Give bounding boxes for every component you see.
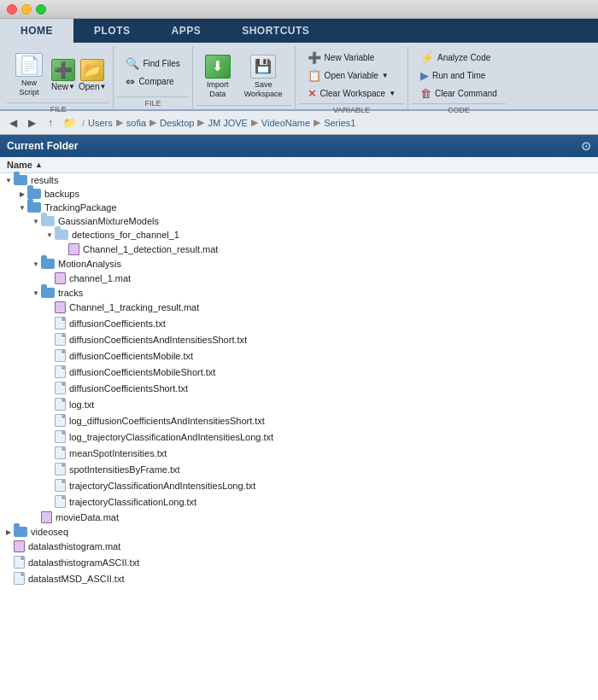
tree-item-log1[interactable]: log.txt	[0, 396, 598, 412]
tree-item-traj1[interactable]: trajectoryClassificationAndIntensitiesLo…	[0, 477, 598, 493]
tree-item-spot1[interactable]: spotIntensitiesByFrame.txt	[0, 461, 598, 477]
folder-light-icon-gaussianmixture	[41, 216, 55, 226]
new-label[interactable]: New ▼	[51, 82, 75, 91]
clear-workspace-icon: ✕	[308, 87, 317, 100]
path-desktop[interactable]: Desktop	[160, 118, 194, 128]
tree-item-channel1track[interactable]: Channel_1_tracking_result.mat	[0, 300, 598, 315]
mat-icon-channel1detect	[68, 243, 79, 255]
folder-light-icon-detections	[55, 230, 68, 240]
tree-toggle-detections[interactable]: ▼	[44, 231, 55, 239]
tree-label-detections: detections_for_channel_1	[72, 230, 179, 240]
find-files-button[interactable]: 🔍 Find Files	[120, 55, 185, 72]
tab-apps[interactable]: APPS	[151, 19, 222, 43]
file-group-label: FILE	[7, 102, 109, 115]
tab-shortcuts[interactable]: SHORTCUTS	[221, 19, 330, 43]
file-icon-diff4	[55, 365, 66, 378]
tree-item-datalasthistascii[interactable]: datalasthistogramASCII.txt	[0, 554, 598, 570]
ribbon-group-file: 📄 NewScript ➕ New ▼ 📂 Open ▼ FILE	[3, 46, 114, 109]
clear-command-button[interactable]: 🗑 Clear Command	[415, 85, 502, 102]
tree-item-traj2[interactable]: trajectoryClassificationLong.txt	[0, 493, 598, 510]
tree-item-trackingpackage[interactable]: ▼ TrackingPackage	[0, 201, 598, 214]
path-jmjove[interactable]: JM JOVE	[208, 118, 247, 128]
file-icon-diff1	[55, 317, 66, 330]
tab-home[interactable]: HOME	[0, 19, 73, 43]
tree-item-diff3[interactable]: diffusionCoefficientsMobile.txt	[0, 347, 598, 364]
nav-up-button[interactable]: ↑	[43, 115, 58, 131]
path-videoname[interactable]: VideoName	[261, 118, 310, 128]
new-script-button[interactable]: 📄 NewScript	[10, 50, 48, 101]
tree-item-log3[interactable]: log_trajectoryClassificationAndIntensiti…	[0, 429, 598, 445]
tree-item-datalastmsd[interactable]: datalastMSD_ASCII.txt	[0, 570, 598, 586]
tree-item-tracks[interactable]: ▼ tracks	[0, 286, 598, 300]
tree-toggle-backups[interactable]: ▶	[17, 190, 27, 198]
tree-item-results[interactable]: ▼ results	[0, 173, 598, 187]
run-and-time-button[interactable]: ▶ Run and Time	[415, 67, 490, 84]
file-icon-traj2	[55, 495, 66, 508]
tree-item-mean1[interactable]: meanSpotIntensities.txt	[0, 445, 598, 461]
tree-label-channel1mat: channel_1.mat	[69, 273, 131, 283]
open-label[interactable]: Open ▼	[79, 82, 106, 91]
tree-item-diff2[interactable]: diffusionCoefficientsAndIntensitiesShort…	[0, 331, 598, 347]
tree-item-diff1[interactable]: diffusionCoefficients.txt	[0, 315, 598, 331]
tree-label-datalasthist: datalasthistogram.mat	[28, 541, 120, 551]
folder-pane: Current Folder ⊙ Name ▲ ▼ results ▶ back…	[0, 135, 598, 700]
open-variable-button[interactable]: 📋 Open Variable ▼	[302, 67, 394, 84]
tree-label-tracks: tracks	[58, 288, 83, 298]
maximize-button[interactable]	[36, 4, 46, 15]
clear-workspace-button[interactable]: ✕ Clear Workspace ▼	[302, 85, 401, 102]
folder-options-icon[interactable]: ⊙	[581, 139, 591, 153]
open-variable-dropdown-icon: ▼	[382, 72, 389, 79]
nav-forward-button[interactable]: ▶	[24, 115, 39, 131]
nav-back-button[interactable]: ◀	[5, 115, 21, 131]
tree-item-backups[interactable]: ▶ backups	[0, 187, 598, 201]
save-workspace-button[interactable]: 💾 SaveWorkspace	[239, 51, 288, 102]
tree-label-log2: log_diffusionCoefficientsAndIntensitiesS…	[69, 416, 265, 426]
new-top-icon[interactable]: ➕	[51, 59, 75, 81]
tree-item-channel1detect[interactable]: Channel_1_detection_result.mat	[0, 242, 598, 257]
tree-toggle-gaussianmixture[interactable]: ▼	[31, 218, 41, 225]
tree-toggle-trackingpackage[interactable]: ▼	[17, 204, 27, 212]
tree-item-datalasthist[interactable]: datalasthistogram.mat	[0, 539, 598, 554]
tree-label-moviedata: movieData.mat	[56, 512, 119, 522]
new-variable-button[interactable]: ➕ New Variable	[302, 50, 380, 66]
tree-item-videoseq[interactable]: ▶ videoseq	[0, 525, 598, 539]
path-users[interactable]: Users	[88, 118, 113, 128]
path-series1[interactable]: Series1	[324, 118, 355, 128]
tree-item-moviedata[interactable]: movieData.mat	[0, 510, 598, 525]
new-variable-label: New Variable	[325, 53, 375, 62]
import-data-button[interactable]: ⬇ ImportData	[200, 51, 236, 102]
tree-toggle-videoseq[interactable]: ▶	[3, 528, 14, 536]
file-icon-diff2	[55, 333, 66, 346]
tree-item-motionanalysis[interactable]: ▼ MotionAnalysis	[0, 257, 598, 271]
tree-item-channel1mat[interactable]: channel_1.mat	[0, 271, 598, 286]
tree-toggle-results[interactable]: ▼	[3, 177, 14, 184]
tab-plots[interactable]: PLOTS	[73, 19, 151, 43]
compare-button[interactable]: ⇔ Compare	[120, 73, 179, 90]
new-script-label: NewScript	[19, 79, 38, 97]
path-sofia[interactable]: sofia	[126, 118, 146, 128]
minimize-button[interactable]	[21, 4, 32, 15]
tree-item-detections[interactable]: ▼ detections_for_channel_1	[0, 228, 598, 242]
close-button[interactable]	[7, 4, 17, 15]
tree-item-diff4[interactable]: diffusionCoefficientsMobileShort.txt	[0, 364, 598, 380]
analyze-code-button[interactable]: ⚡ Analyze Code	[415, 50, 495, 66]
file-icon-log1	[55, 398, 66, 411]
tree-label-datalastmsd: datalastMSD_ASCII.txt	[28, 574, 125, 584]
folder-content[interactable]: Name ▲ ▼ results ▶ backups ▼ TrackingPac…	[0, 157, 598, 700]
open-top-icon[interactable]: 📂	[80, 59, 104, 81]
tree-toggle-tracks[interactable]: ▼	[31, 289, 41, 297]
save-workspace-label: SaveWorkspace	[244, 80, 283, 99]
file-icon-diff3	[55, 349, 66, 362]
tree-toggle-motionanalysis[interactable]: ▼	[31, 260, 41, 268]
tree-label-channel1track: Channel_1_tracking_result.mat	[69, 302, 199, 312]
folder-icon-backups	[27, 189, 41, 199]
open-split-button: 📂 Open ▼	[79, 59, 106, 91]
nav-browse-button[interactable]: 📁	[62, 115, 77, 131]
tree-label-results: results	[31, 175, 58, 185]
variable-group-label: VARIABLE	[299, 103, 404, 116]
tree-item-log2[interactable]: log_diffusionCoefficientsAndIntensitiesS…	[0, 412, 598, 429]
file2-group-label: FILE	[117, 96, 188, 109]
column-header-name[interactable]: Name ▲	[0, 157, 598, 173]
tree-item-diff5[interactable]: diffusionCoefficientsShort.txt	[0, 380, 598, 396]
tree-item-gaussianmixture[interactable]: ▼ GaussianMixtureModels	[0, 214, 598, 228]
